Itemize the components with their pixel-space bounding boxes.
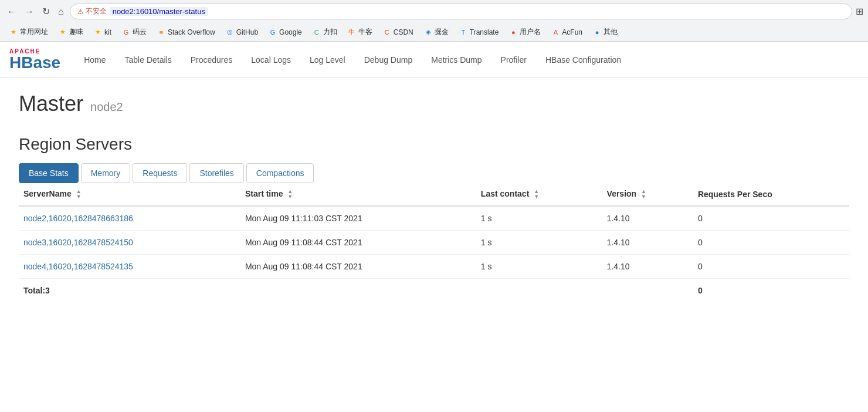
bookmark-label: AcFun <box>562 28 582 36</box>
forward-button[interactable]: → <box>22 5 36 18</box>
page-title-area: Master node2 <box>19 92 849 116</box>
home-button[interactable]: ⌂ <box>56 5 66 18</box>
cell-last-contact: 1 s <box>476 231 602 255</box>
nav-procedures[interactable]: Procedures <box>181 43 242 76</box>
total-empty-3 <box>602 279 693 303</box>
col-last-contact[interactable]: Last contact ▲▼ <box>476 183 602 206</box>
tab-base-stats[interactable]: Base Stats <box>19 163 79 183</box>
bookmark-item[interactable]: ★常用网址 <box>5 25 53 39</box>
bookmark-icon: ★ <box>9 28 18 36</box>
back-button[interactable]: ← <box>5 5 19 18</box>
table-row: node4,16020,1628478524135 Mon Aug 09 11:… <box>19 255 849 279</box>
nav-table-details[interactable]: Table Details <box>116 43 181 76</box>
cell-start-time: Mon Aug 09 11:08:44 CST 2021 <box>240 255 476 279</box>
region-servers-title: Region Servers <box>19 135 849 154</box>
hbase-label: HBase <box>9 55 60 71</box>
bookmark-label: 趣味 <box>69 27 83 37</box>
cell-last-contact: 1 s <box>476 255 602 279</box>
server-link[interactable]: node4,16020,1628478524135 <box>23 262 133 271</box>
col-version[interactable]: Version ▲▼ <box>602 183 693 206</box>
bookmark-label: 用户名 <box>520 27 541 37</box>
bookmark-icon: C <box>313 28 321 36</box>
bookmark-icon: C <box>383 28 391 36</box>
tab-memory[interactable]: Memory <box>81 163 131 183</box>
bookmark-label: Stack Overflow <box>168 28 215 36</box>
bookmark-label: 掘金 <box>435 27 449 37</box>
nav-debug-dump[interactable]: Debug Dump <box>355 43 422 76</box>
region-servers-table: ServerName ▲▼ Start time ▲▼ Last contact… <box>19 183 849 302</box>
bookmark-item[interactable]: ★kit <box>89 26 116 38</box>
table-header-row: ServerName ▲▼ Start time ▲▼ Last contact… <box>19 183 849 206</box>
cell-version: 1.4.10 <box>602 206 693 231</box>
server-link[interactable]: node2,16020,1628478663186 <box>23 214 133 223</box>
bookmark-label: Google <box>279 28 302 36</box>
total-empty-2 <box>476 279 602 303</box>
bookmark-label: CSDN <box>394 28 413 36</box>
table-row: node3,16020,1628478524150 Mon Aug 09 11:… <box>19 231 849 255</box>
bookmark-icon: ★ <box>94 28 102 36</box>
page-title: Master <box>19 92 83 116</box>
nav-log-level[interactable]: Log Level <box>300 43 355 76</box>
bookmark-icon: ◈ <box>424 28 432 36</box>
bookmark-label: 其他 <box>603 27 618 37</box>
bookmark-label: Translate <box>470 28 499 36</box>
bookmark-item[interactable]: ●用户名 <box>504 25 545 39</box>
tab-storefiles[interactable]: Storefiles <box>189 163 243 183</box>
sort-start-time: ▲▼ <box>287 189 293 200</box>
nav-home[interactable]: Home <box>74 43 115 76</box>
bookmark-item[interactable]: ★趣味 <box>54 25 88 39</box>
bookmark-item[interactable]: ●其他 <box>588 25 622 39</box>
browser-chrome: ← → ↻ ⌂ 不安全 node2:16010/master-status ⊞ … <box>0 0 868 42</box>
server-link[interactable]: node3,16020,1628478524150 <box>23 238 133 247</box>
tab-compactions[interactable]: Compactions <box>246 163 314 183</box>
cell-version: 1.4.10 <box>602 231 693 255</box>
nav-links: Home Table Details Procedures Local Logs… <box>74 43 630 76</box>
total-label: Total:3 <box>19 279 240 303</box>
col-requests-per-sec[interactable]: Requests Per Seco <box>693 183 849 206</box>
bookmark-item[interactable]: 牛牛客 <box>343 25 377 39</box>
tab-requests[interactable]: Requests <box>133 163 187 183</box>
nav-local-logs[interactable]: Local Logs <box>242 43 300 76</box>
main-content: Master node2 Region Servers Base Stats M… <box>0 77 868 316</box>
bookmark-icon: ● <box>593 28 601 36</box>
bookmark-icon: T <box>459 28 467 36</box>
bookmark-label: kit <box>104 28 111 36</box>
sort-last-contact: ▲▼ <box>534 189 539 200</box>
bookmark-item[interactable]: ◎GitHub <box>221 26 263 38</box>
bookmark-item[interactable]: GGoogle <box>264 26 307 38</box>
bookmark-icon: ≡ <box>157 28 165 36</box>
bookmark-label: 常用网址 <box>20 27 48 37</box>
nav-profiler[interactable]: Profiler <box>491 43 536 76</box>
reload-button[interactable]: ↻ <box>40 5 52 18</box>
bookmark-icon: ● <box>509 28 517 36</box>
table-total-row: Total:3 0 <box>19 279 849 303</box>
page-subtitle: node2 <box>90 100 123 114</box>
address-text: node2:16010/master-status <box>110 7 208 16</box>
cell-server-name: node2,16020,1628478663186 <box>19 206 240 231</box>
bookmark-item[interactable]: ◈掘金 <box>419 25 453 39</box>
bookmarks-bar: ★常用网址★趣味★kitG码云≡Stack Overflow◎GitHubGGo… <box>0 23 868 42</box>
cell-server-name: node4,16020,1628478524135 <box>19 255 240 279</box>
nav-hbase-configuration[interactable]: HBase Configuration <box>536 43 630 76</box>
bookmark-item[interactable]: C力扣 <box>308 25 342 39</box>
grid-icon[interactable]: ⊞ <box>856 6 863 17</box>
col-start-time[interactable]: Start time ▲▼ <box>240 183 476 206</box>
cell-server-name: node3,16020,1628478524150 <box>19 231 240 255</box>
bookmark-icon: 牛 <box>348 28 356 36</box>
cell-last-contact: 1 s <box>476 206 602 231</box>
cell-requests: 0 <box>693 255 849 279</box>
total-empty-1 <box>240 279 476 303</box>
bookmark-item[interactable]: TTranslate <box>455 26 504 38</box>
bookmark-icon: ◎ <box>226 28 234 36</box>
bookmark-label: 码云 <box>133 27 147 37</box>
sort-version: ▲▼ <box>641 189 646 200</box>
address-bar[interactable]: 不安全 node2:16010/master-status <box>70 4 852 19</box>
cell-requests: 0 <box>693 231 849 255</box>
bookmark-item[interactable]: AAcFun <box>547 26 587 38</box>
bookmark-label: 力扣 <box>323 27 337 37</box>
bookmark-item[interactable]: G码云 <box>117 25 151 39</box>
col-server-name[interactable]: ServerName ▲▼ <box>19 183 240 206</box>
bookmark-item[interactable]: CCSDN <box>378 26 418 38</box>
nav-metrics-dump[interactable]: Metrics Dump <box>422 43 491 76</box>
bookmark-item[interactable]: ≡Stack Overflow <box>152 26 220 38</box>
